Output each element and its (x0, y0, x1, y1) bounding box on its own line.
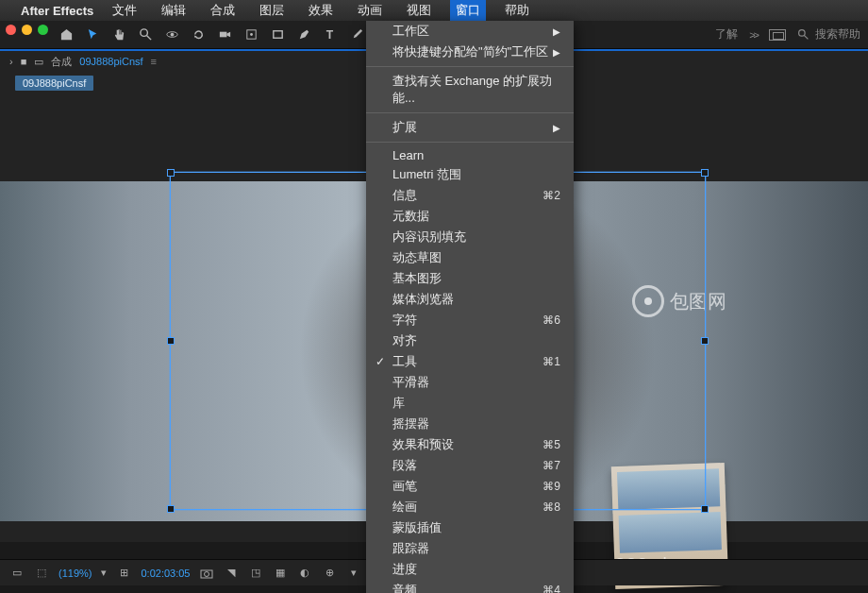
selection-tool-icon[interactable] (83, 25, 102, 44)
menu-item-label: 绘画 (392, 499, 417, 516)
menu-animation[interactable]: 动画 (352, 0, 388, 21)
menu-item[interactable]: 效果和预设⌘5 (366, 434, 574, 455)
menu-item[interactable]: 画笔⌘9 (366, 476, 574, 497)
menu-item[interactable]: 将快捷键分配给"简约"工作区▶ (366, 42, 574, 62)
menu-item[interactable]: 内容识别填充 (366, 227, 574, 247)
menu-item[interactable]: 绘画⌘8 (366, 497, 574, 517)
3d-icon[interactable]: ▾ (346, 566, 361, 581)
show-snapshot-icon[interactable]: ◥ (224, 566, 239, 581)
menu-window[interactable]: 窗口 (450, 0, 486, 21)
tab-menu-icon[interactable]: ≡ (151, 56, 157, 67)
menu-item[interactable]: 查找有关 Exchange 的扩展功能... (366, 71, 574, 109)
menu-item[interactable]: 跟踪器 (366, 538, 574, 559)
menu-item[interactable]: 动态草图 (366, 247, 574, 268)
menu-item[interactable]: 蒙版插值 (366, 517, 574, 538)
menu-item[interactable]: 工作区▶ (366, 21, 574, 42)
menu-item[interactable]: 音频⌘4 (366, 580, 574, 593)
svg-rect-4 (219, 32, 226, 38)
window-menu-dropdown: 工作区▶将快捷键分配给"简约"工作区▶查找有关 Exchange 的扩展功能..… (366, 21, 574, 593)
svg-point-0 (140, 29, 147, 37)
menu-item[interactable]: 平滑器 (366, 372, 574, 393)
mask-icon[interactable]: ◐ (297, 566, 312, 581)
snapshot-icon[interactable] (199, 566, 214, 581)
search-help[interactable]: 搜索帮助 (797, 26, 860, 42)
workspace-icon[interactable] (769, 29, 786, 41)
submenu-arrow-icon: ▶ (553, 123, 560, 133)
flowchart-icon[interactable]: ▭ (34, 56, 43, 68)
menu-item[interactable]: 段落⌘7 (366, 455, 574, 476)
menu-separator (366, 112, 574, 113)
timecode-icon[interactable]: ⊕ (322, 566, 337, 581)
hand-tool-icon[interactable] (109, 25, 128, 44)
pen-tool-icon[interactable] (294, 25, 313, 44)
monitor-icon[interactable]: ▭ (9, 566, 25, 581)
tab-prefix: 合成 (51, 55, 72, 69)
zoom-readout[interactable]: (119%) (58, 568, 92, 579)
chain-icon[interactable]: ⬚ (34, 566, 49, 581)
resolution-icon[interactable]: ⊞ (116, 566, 131, 581)
chevron-right-icon[interactable]: › (9, 56, 13, 67)
camera-tool-icon[interactable] (215, 25, 234, 44)
menu-item[interactable]: Lumetri 范围 (366, 164, 574, 185)
menu-item[interactable]: 基本图形 (366, 268, 574, 289)
svg-point-13 (205, 571, 209, 576)
close-window-icon[interactable] (6, 25, 16, 35)
menu-effect[interactable]: 效果 (303, 0, 339, 21)
rotation-tool-icon[interactable] (189, 25, 208, 44)
shortcut-label: ⌘5 (542, 438, 560, 451)
anchor-point-tool-icon[interactable] (242, 25, 260, 44)
brush-tool-icon[interactable] (347, 25, 366, 44)
menu-layer[interactable]: 图层 (254, 0, 290, 21)
menu-item[interactable]: 对齐 (366, 330, 574, 351)
menu-file[interactable]: 文件 (107, 0, 142, 21)
timecode-readout[interactable]: 0:02:03:05 (141, 568, 190, 579)
resize-handle[interactable] (167, 169, 175, 177)
menu-item-label: 跟踪器 (392, 540, 429, 557)
resize-handle[interactable] (701, 337, 709, 345)
resize-handle[interactable] (167, 337, 175, 345)
app-name: After Effects (21, 4, 93, 18)
menu-item-label: 信息 (392, 187, 417, 204)
overflow-icon[interactable]: >> (749, 29, 758, 41)
menu-item[interactable]: 媒体浏览器 (366, 289, 574, 310)
menu-composition[interactable]: 合成 (205, 0, 241, 21)
text-tool-icon[interactable]: T (321, 25, 340, 44)
zoom-tool-icon[interactable] (136, 25, 155, 44)
orbit-tool-icon[interactable] (162, 25, 181, 44)
resize-handle[interactable] (701, 505, 709, 513)
shortcut-label: ⌘8 (542, 500, 560, 514)
menu-edit[interactable]: 编辑 (156, 0, 192, 21)
menu-item[interactable]: 字符⌘6 (366, 310, 574, 330)
menu-item-label: 进度 (392, 561, 417, 578)
menu-item-label: 内容识别填充 (392, 229, 466, 246)
menu-item[interactable]: Learn (366, 146, 574, 164)
home-icon[interactable] (57, 25, 75, 44)
resize-handle[interactable] (167, 505, 175, 513)
check-icon: ✓ (376, 355, 385, 368)
svg-point-3 (170, 33, 174, 37)
menubar: After Effects 文件 编辑 合成 图层 效果 动画 视图 窗口 帮助 (0, 0, 868, 21)
breadcrumb-comp[interactable]: 09J888piCnsf (15, 76, 93, 91)
menu-item[interactable]: 进度 (366, 559, 574, 580)
menu-item-label: 基本图形 (392, 270, 442, 287)
transparency-grid-icon[interactable]: ▦ (273, 566, 288, 581)
menu-help[interactable]: 帮助 (499, 0, 535, 21)
rectangle-tool-icon[interactable] (268, 25, 287, 44)
menu-item[interactable]: 元数据 (366, 206, 574, 227)
menu-item-label: 蒙版插值 (392, 519, 442, 536)
maximize-window-icon[interactable] (38, 25, 48, 35)
learn-label[interactable]: 了解 (715, 26, 738, 42)
region-icon[interactable]: ◳ (248, 566, 263, 581)
minimize-window-icon[interactable] (22, 25, 32, 35)
menu-item-label: Learn (392, 148, 424, 162)
menu-item[interactable]: ✓工具⌘1 (366, 351, 574, 372)
menu-item[interactable]: 信息⌘2 (366, 185, 574, 206)
menu-item[interactable]: 库 (366, 393, 574, 414)
resize-handle[interactable] (701, 169, 709, 177)
menu-view[interactable]: 视图 (401, 0, 437, 21)
svg-point-6 (250, 33, 253, 36)
menu-item[interactable]: 扩展▶ (366, 117, 574, 138)
menu-item[interactable]: 摇摆器 (366, 414, 574, 434)
comp-tab-name[interactable]: 09J888piCnsf (79, 56, 142, 67)
menu-item-label: 元数据 (392, 208, 429, 225)
